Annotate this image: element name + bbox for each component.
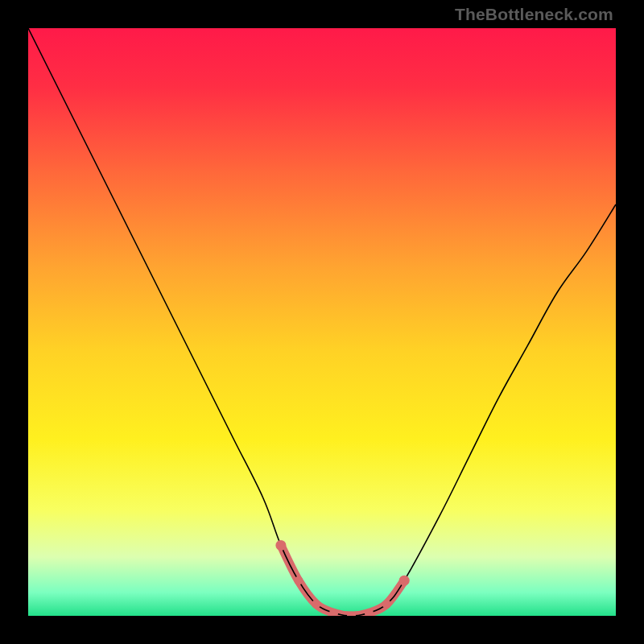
chart-container: TheBottleneck.com <box>0 0 644 644</box>
watermark-text: TheBottleneck.com <box>455 5 613 24</box>
highlight-dot <box>399 576 410 586</box>
highlight-dot <box>294 576 303 585</box>
plot-area <box>28 28 616 616</box>
highlight-dot <box>312 600 320 609</box>
highlight-dot <box>275 540 286 551</box>
curve-layer <box>28 28 616 616</box>
highlight-dot <box>382 600 391 609</box>
bottleneck-curve <box>28 28 616 616</box>
optimal-band-dots <box>275 540 409 616</box>
